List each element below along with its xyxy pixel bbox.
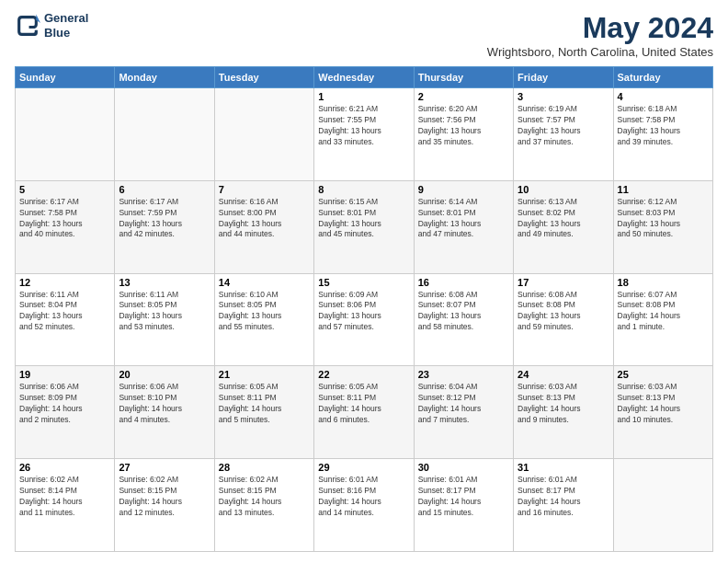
col-saturday: Saturday [613, 67, 712, 88]
day-number: 25 [618, 369, 709, 380]
day-number: 27 [119, 462, 210, 473]
table-cell: 4Sunrise: 6:18 AM Sunset: 7:58 PM Daylig… [613, 88, 712, 181]
table-cell: 1Sunrise: 6:21 AM Sunset: 7:55 PM Daylig… [314, 88, 414, 181]
day-info: Sunrise: 6:09 AM Sunset: 8:06 PM Dayligh… [318, 290, 409, 334]
day-number: 7 [219, 184, 310, 195]
table-cell: 14Sunrise: 6:10 AM Sunset: 8:05 PM Dayli… [214, 273, 313, 366]
day-number: 13 [119, 277, 210, 288]
day-number: 21 [219, 369, 310, 380]
day-number: 10 [518, 184, 609, 195]
col-friday: Friday [514, 67, 613, 88]
day-info: Sunrise: 6:18 AM Sunset: 7:58 PM Dayligh… [618, 104, 709, 148]
day-number: 24 [518, 369, 609, 380]
day-info: Sunrise: 6:06 AM Sunset: 8:09 PM Dayligh… [19, 382, 110, 426]
month-title: May 2024 [487, 11, 713, 45]
days-of-week-row: Sunday Monday Tuesday Wednesday Thursday… [16, 67, 713, 88]
logo-text: General Blue [44, 11, 88, 40]
day-info: Sunrise: 6:10 AM Sunset: 8:05 PM Dayligh… [219, 290, 310, 334]
table-cell: 25Sunrise: 6:03 AM Sunset: 8:13 PM Dayli… [613, 366, 712, 459]
day-number: 18 [618, 277, 709, 288]
day-number: 23 [418, 369, 509, 380]
table-cell: 10Sunrise: 6:13 AM Sunset: 8:02 PM Dayli… [514, 180, 613, 273]
calendar-header: Sunday Monday Tuesday Wednesday Thursday… [16, 67, 713, 88]
day-number: 14 [219, 277, 310, 288]
location: Wrightsboro, North Carolina, United Stat… [487, 45, 713, 59]
table-cell: 19Sunrise: 6:06 AM Sunset: 8:09 PM Dayli… [16, 366, 115, 459]
calendar-body: 1Sunrise: 6:21 AM Sunset: 7:55 PM Daylig… [16, 88, 713, 552]
table-cell: 6Sunrise: 6:17 AM Sunset: 7:59 PM Daylig… [115, 180, 214, 273]
page: General Blue May 2024 Wrightsboro, North… [0, 0, 728, 563]
day-info: Sunrise: 6:02 AM Sunset: 8:14 PM Dayligh… [19, 475, 110, 519]
table-cell: 22Sunrise: 6:05 AM Sunset: 8:11 PM Dayli… [314, 366, 414, 459]
col-sunday: Sunday [16, 67, 115, 88]
day-info: Sunrise: 6:01 AM Sunset: 8:17 PM Dayligh… [518, 475, 609, 519]
day-info: Sunrise: 6:03 AM Sunset: 8:13 PM Dayligh… [518, 382, 609, 426]
table-cell: 5Sunrise: 6:17 AM Sunset: 7:58 PM Daylig… [16, 180, 115, 273]
table-cell: 31Sunrise: 6:01 AM Sunset: 8:17 PM Dayli… [514, 459, 613, 552]
day-number: 11 [618, 184, 709, 195]
table-cell: 30Sunrise: 6:01 AM Sunset: 8:17 PM Dayli… [414, 459, 513, 552]
day-number: 26 [19, 462, 110, 473]
day-number: 12 [19, 277, 110, 288]
col-tuesday: Tuesday [214, 67, 313, 88]
table-cell: 12Sunrise: 6:11 AM Sunset: 8:04 PM Dayli… [16, 273, 115, 366]
day-number: 4 [618, 91, 709, 102]
header: General Blue May 2024 Wrightsboro, North… [15, 11, 713, 59]
table-cell: 27Sunrise: 6:02 AM Sunset: 8:15 PM Dayli… [115, 459, 214, 552]
table-cell [214, 88, 313, 181]
day-info: Sunrise: 6:08 AM Sunset: 8:08 PM Dayligh… [518, 290, 609, 334]
title-section: May 2024 Wrightsboro, North Carolina, Un… [487, 11, 713, 59]
logo: General Blue [15, 11, 88, 40]
day-number: 15 [318, 277, 409, 288]
table-cell: 13Sunrise: 6:11 AM Sunset: 8:05 PM Dayli… [115, 273, 214, 366]
day-info: Sunrise: 6:13 AM Sunset: 8:02 PM Dayligh… [518, 197, 609, 241]
week-row-5: 26Sunrise: 6:02 AM Sunset: 8:14 PM Dayli… [16, 459, 713, 552]
week-row-4: 19Sunrise: 6:06 AM Sunset: 8:09 PM Dayli… [16, 366, 713, 459]
day-info: Sunrise: 6:04 AM Sunset: 8:12 PM Dayligh… [418, 382, 509, 426]
week-row-2: 5Sunrise: 6:17 AM Sunset: 7:58 PM Daylig… [16, 180, 713, 273]
day-info: Sunrise: 6:08 AM Sunset: 8:07 PM Dayligh… [418, 290, 509, 334]
day-number: 29 [318, 462, 409, 473]
day-number: 17 [518, 277, 609, 288]
table-cell: 9Sunrise: 6:14 AM Sunset: 8:01 PM Daylig… [414, 180, 513, 273]
day-info: Sunrise: 6:20 AM Sunset: 7:56 PM Dayligh… [418, 104, 509, 148]
col-monday: Monday [115, 67, 214, 88]
day-info: Sunrise: 6:03 AM Sunset: 8:13 PM Dayligh… [618, 382, 709, 426]
col-thursday: Thursday [414, 67, 513, 88]
day-number: 31 [518, 462, 609, 473]
calendar: Sunday Monday Tuesday Wednesday Thursday… [15, 66, 713, 552]
table-cell [115, 88, 214, 181]
table-cell: 24Sunrise: 6:03 AM Sunset: 8:13 PM Dayli… [514, 366, 613, 459]
table-cell: 8Sunrise: 6:15 AM Sunset: 8:01 PM Daylig… [314, 180, 414, 273]
table-cell: 23Sunrise: 6:04 AM Sunset: 8:12 PM Dayli… [414, 366, 513, 459]
table-cell: 2Sunrise: 6:20 AM Sunset: 7:56 PM Daylig… [414, 88, 513, 181]
day-number: 6 [119, 184, 210, 195]
day-info: Sunrise: 6:05 AM Sunset: 8:11 PM Dayligh… [318, 382, 409, 426]
day-info: Sunrise: 6:11 AM Sunset: 8:04 PM Dayligh… [19, 290, 110, 334]
table-cell: 21Sunrise: 6:05 AM Sunset: 8:11 PM Dayli… [214, 366, 313, 459]
day-info: Sunrise: 6:05 AM Sunset: 8:11 PM Dayligh… [219, 382, 310, 426]
table-cell [16, 88, 115, 181]
day-info: Sunrise: 6:11 AM Sunset: 8:05 PM Dayligh… [119, 290, 210, 334]
table-cell: 16Sunrise: 6:08 AM Sunset: 8:07 PM Dayli… [414, 273, 513, 366]
day-info: Sunrise: 6:01 AM Sunset: 8:17 PM Dayligh… [418, 475, 509, 519]
day-number: 9 [418, 184, 509, 195]
day-number: 1 [318, 91, 409, 102]
day-number: 16 [418, 277, 509, 288]
week-row-3: 12Sunrise: 6:11 AM Sunset: 8:04 PM Dayli… [16, 273, 713, 366]
day-number: 22 [318, 369, 409, 380]
day-info: Sunrise: 6:02 AM Sunset: 8:15 PM Dayligh… [119, 475, 210, 519]
table-cell: 11Sunrise: 6:12 AM Sunset: 8:03 PM Dayli… [613, 180, 712, 273]
table-cell: 3Sunrise: 6:19 AM Sunset: 7:57 PM Daylig… [514, 88, 613, 181]
table-cell: 18Sunrise: 6:07 AM Sunset: 8:08 PM Dayli… [613, 273, 712, 366]
col-wednesday: Wednesday [314, 67, 414, 88]
day-number: 5 [19, 184, 110, 195]
day-info: Sunrise: 6:21 AM Sunset: 7:55 PM Dayligh… [318, 104, 409, 148]
table-cell: 29Sunrise: 6:01 AM Sunset: 8:16 PM Dayli… [314, 459, 414, 552]
table-cell: 7Sunrise: 6:16 AM Sunset: 8:00 PM Daylig… [214, 180, 313, 273]
day-info: Sunrise: 6:15 AM Sunset: 8:01 PM Dayligh… [318, 197, 409, 241]
day-number: 28 [219, 462, 310, 473]
day-info: Sunrise: 6:14 AM Sunset: 8:01 PM Dayligh… [418, 197, 509, 241]
table-cell: 28Sunrise: 6:02 AM Sunset: 8:15 PM Dayli… [214, 459, 313, 552]
day-info: Sunrise: 6:17 AM Sunset: 7:59 PM Dayligh… [119, 197, 210, 241]
